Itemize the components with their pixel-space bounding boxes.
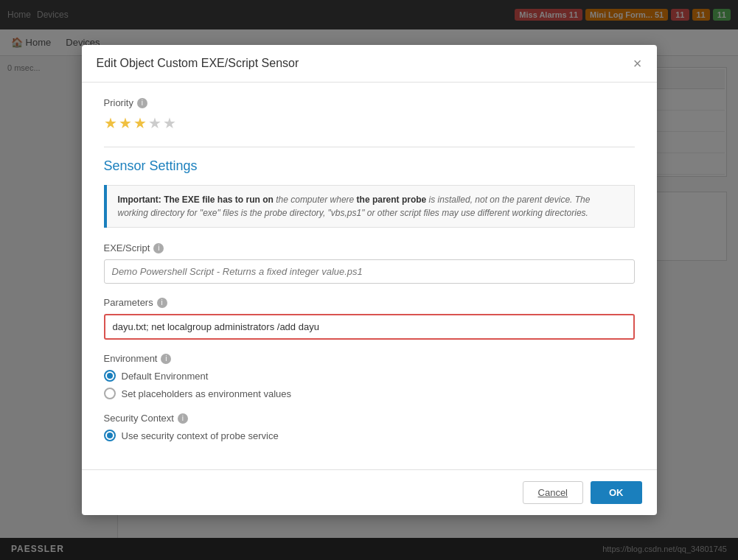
modal-footer: Cancel OK: [82, 469, 657, 515]
info-box-content: Important: The EXE file has to run on th…: [107, 185, 635, 228]
security-context-label: Security Context i: [104, 413, 635, 424]
env-radio-1[interactable]: [104, 370, 116, 382]
environment-group: Environment i Default Environment Set pl…: [104, 353, 635, 399]
info-bold1: Important: The EXE file has to run on: [118, 195, 274, 205]
security-radio-1[interactable]: [104, 430, 116, 441]
exe-script-info-icon[interactable]: i: [153, 243, 164, 253]
modal-close-button[interactable]: ×: [633, 56, 642, 71]
security-label-1: Use security context of probe service: [122, 430, 279, 441]
parameters-info-icon[interactable]: i: [157, 298, 167, 308]
info-italic1: the computer where: [276, 195, 356, 205]
cancel-button[interactable]: Cancel: [523, 481, 583, 504]
modal-title: Edit Object Custom EXE/Script Sensor: [97, 57, 299, 70]
divider: [104, 147, 635, 147]
sensor-settings-title: Sensor Settings: [104, 158, 635, 174]
env-option-2[interactable]: Set placeholders as environment values: [104, 388, 635, 399]
priority-label: Priority i: [104, 97, 635, 108]
exe-script-label: EXE/Script i: [104, 242, 635, 253]
priority-group: Priority i ★ ★ ★ ★ ★: [104, 97, 635, 132]
env-label-2: Set placeholders as environment values: [122, 388, 292, 399]
star-5[interactable]: ★: [163, 114, 176, 132]
modal-overlay: Edit Object Custom EXE/Script Sensor × P…: [0, 0, 738, 560]
security-context-info-icon[interactable]: i: [178, 413, 188, 424]
priority-info-icon[interactable]: i: [137, 98, 147, 108]
environment-info-icon[interactable]: i: [161, 354, 171, 364]
env-option-1[interactable]: Default Environment: [104, 370, 635, 382]
modal-dialog: Edit Object Custom EXE/Script Sensor × P…: [82, 45, 657, 515]
info-bold2: the parent probe: [357, 195, 427, 205]
parameters-group: Parameters i: [104, 297, 635, 340]
ok-button[interactable]: OK: [591, 481, 642, 504]
priority-stars[interactable]: ★ ★ ★ ★ ★: [104, 114, 635, 132]
info-box: Important: The EXE file has to run on th…: [104, 185, 635, 228]
exe-script-input[interactable]: [104, 259, 635, 284]
env-label-1: Default Environment: [122, 371, 209, 382]
star-2[interactable]: ★: [119, 114, 132, 132]
star-1[interactable]: ★: [104, 114, 117, 132]
security-option-1[interactable]: Use security context of probe service: [104, 430, 635, 441]
security-radio-group: Use security context of probe service: [104, 430, 635, 441]
star-4[interactable]: ★: [148, 114, 161, 132]
env-radio-2[interactable]: [104, 388, 116, 399]
security-context-group: Security Context i Use security context …: [104, 413, 635, 441]
environment-radio-group: Default Environment Set placeholders as …: [104, 370, 635, 399]
parameters-label: Parameters i: [104, 297, 635, 308]
environment-label: Environment i: [104, 353, 635, 364]
modal-header: Edit Object Custom EXE/Script Sensor ×: [82, 45, 657, 83]
modal-body: Priority i ★ ★ ★ ★ ★ Sensor Settings Imp…: [82, 83, 657, 469]
star-3[interactable]: ★: [133, 114, 147, 132]
parameters-input[interactable]: [104, 314, 635, 340]
exe-script-group: EXE/Script i: [104, 242, 635, 284]
